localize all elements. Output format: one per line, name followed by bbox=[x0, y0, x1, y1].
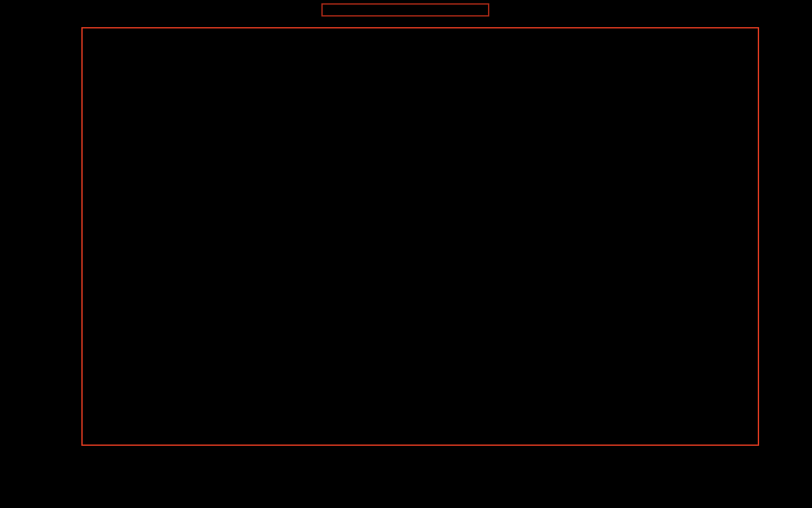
x-axis-title bbox=[320, 486, 518, 505]
colorbar bbox=[321, 3, 489, 17]
idl-spectral-image-viewer bbox=[0, 0, 812, 508]
spectral-heatmap-canvas bbox=[83, 28, 758, 444]
y-axis-title bbox=[16, 101, 34, 365]
plot-frame bbox=[81, 27, 759, 446]
